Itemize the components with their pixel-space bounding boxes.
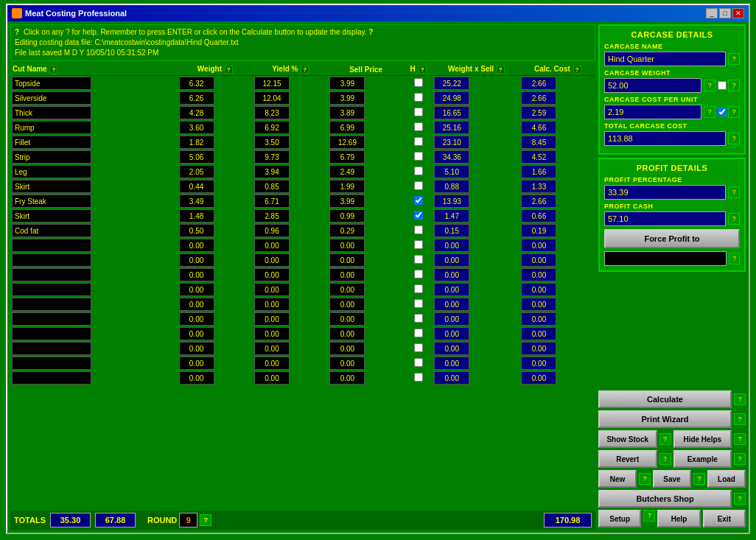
sell-input[interactable] <box>329 180 365 193</box>
yield-input[interactable] <box>254 298 290 311</box>
setup-help[interactable]: ? <box>643 510 655 522</box>
sell-input[interactable] <box>329 121 365 134</box>
force-profit-button[interactable]: Force Profit to <box>604 229 740 248</box>
profit-cash-help[interactable]: ? <box>728 213 740 225</box>
sort-wxs[interactable]: ? <box>497 66 505 74</box>
wxs-display[interactable] <box>434 239 469 252</box>
weight-input[interactable] <box>179 209 214 222</box>
carcase-name-input[interactable] <box>604 52 726 66</box>
yield-input[interactable] <box>254 268 290 281</box>
h-checkbox[interactable] <box>414 93 423 102</box>
butchers-shop-help[interactable]: ? <box>734 493 746 505</box>
butchers-shop-button[interactable]: Butchers Shop <box>598 490 732 508</box>
totals-weight[interactable] <box>50 513 91 527</box>
weight-input[interactable] <box>179 253 214 267</box>
sell-input[interactable] <box>329 371 365 385</box>
carcase-weight-check[interactable] <box>718 81 727 90</box>
cost-display[interactable] <box>521 298 556 311</box>
cost-display[interactable] <box>521 209 556 222</box>
weight-input[interactable] <box>179 312 214 326</box>
yield-input[interactable] <box>254 209 290 222</box>
totals-yield[interactable] <box>95 513 136 527</box>
carcase-weight-input[interactable] <box>604 78 701 93</box>
weight-input[interactable] <box>179 327 214 340</box>
save-help[interactable]: ? <box>693 473 705 485</box>
cost-display[interactable] <box>521 253 556 267</box>
cut-name-input[interactable] <box>12 209 91 222</box>
cost-display[interactable] <box>521 239 556 252</box>
sell-input[interactable] <box>329 239 365 252</box>
yield-input[interactable] <box>254 371 290 385</box>
print-wizard-button[interactable]: Print Wizard <box>598 410 732 428</box>
h-checkbox[interactable] <box>414 137 423 146</box>
cut-name-input[interactable] <box>12 180 91 193</box>
weight-input[interactable] <box>179 342 214 355</box>
h-checkbox[interactable] <box>414 196 423 205</box>
revert-help[interactable]: ? <box>659 453 671 465</box>
cut-name-input[interactable] <box>12 150 91 164</box>
wxs-display[interactable] <box>434 298 469 311</box>
cost-display[interactable] <box>521 283 556 296</box>
cut-name-input[interactable] <box>12 239 91 252</box>
wxs-display[interactable] <box>434 327 469 340</box>
weight-input[interactable] <box>179 165 214 178</box>
yield-input[interactable] <box>254 239 290 252</box>
wxs-display[interactable] <box>434 224 469 237</box>
carcase-cpu-check-help[interactable]: ? <box>728 106 740 118</box>
wxs-display[interactable] <box>434 150 469 164</box>
yield-input[interactable] <box>254 91 290 105</box>
cut-name-input[interactable] <box>12 357 91 370</box>
sell-input[interactable] <box>329 253 365 267</box>
round-input[interactable] <box>179 513 197 527</box>
wxs-display[interactable] <box>434 194 469 208</box>
h-checkbox[interactable] <box>414 329 423 337</box>
close-button[interactable]: ✕ <box>732 8 744 18</box>
cost-display[interactable] <box>521 224 556 237</box>
sell-input[interactable] <box>329 327 365 340</box>
weight-input[interactable] <box>179 77 214 90</box>
sell-input[interactable] <box>329 342 365 355</box>
wxs-display[interactable] <box>434 371 469 385</box>
wxs-display[interactable] <box>434 121 469 134</box>
cost-display[interactable] <box>521 121 556 134</box>
cut-name-input[interactable] <box>12 91 91 105</box>
carcase-name-help[interactable]: ? <box>728 53 740 65</box>
sell-input[interactable] <box>329 194 365 208</box>
wxs-display[interactable] <box>434 106 469 119</box>
carcase-total-help[interactable]: ? <box>728 133 740 144</box>
sell-input[interactable] <box>329 224 365 237</box>
cut-name-input[interactable] <box>12 106 91 119</box>
cost-display[interactable] <box>521 357 556 370</box>
cut-name-input[interactable] <box>12 224 91 237</box>
new-help[interactable]: ? <box>639 473 651 485</box>
yield-input[interactable] <box>254 121 290 134</box>
cut-name-input[interactable] <box>12 312 91 326</box>
h-checkbox[interactable] <box>414 152 423 161</box>
wxs-display[interactable] <box>434 180 469 193</box>
h-checkbox[interactable] <box>414 166 423 175</box>
sort-cost[interactable]: ? <box>573 66 581 74</box>
exit-button[interactable]: Exit <box>703 510 746 527</box>
cut-name-input[interactable] <box>12 371 91 385</box>
weight-input[interactable] <box>179 194 214 208</box>
sell-input[interactable] <box>329 77 365 90</box>
wxs-display[interactable] <box>434 268 469 281</box>
h-checkbox[interactable] <box>414 270 423 278</box>
yield-input[interactable] <box>254 194 290 208</box>
cut-name-input[interactable] <box>12 342 91 355</box>
minimize-button[interactable]: _ <box>706 8 718 18</box>
weight-input[interactable] <box>179 224 214 237</box>
example-button[interactable]: Example <box>673 450 732 468</box>
yield-input[interactable] <box>254 224 290 237</box>
wxs-display[interactable] <box>434 342 469 355</box>
wxs-display[interactable] <box>434 357 469 370</box>
carcase-cpu-help[interactable]: ? <box>704 106 715 118</box>
yield-input[interactable] <box>254 283 290 296</box>
profit-pct-input[interactable] <box>604 185 726 200</box>
cost-display[interactable] <box>521 106 556 119</box>
force-profit-help[interactable]: ? <box>729 253 740 264</box>
yield-input[interactable] <box>254 342 290 355</box>
h-checkbox[interactable] <box>414 225 423 234</box>
cost-display[interactable] <box>521 312 556 326</box>
h-checkbox[interactable] <box>414 211 423 220</box>
